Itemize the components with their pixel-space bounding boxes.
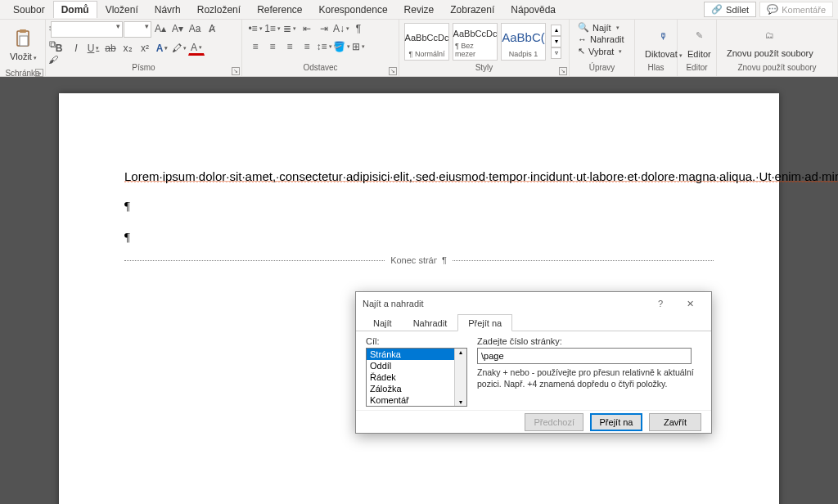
tab-goto[interactable]: Přejít na [457,314,512,331]
paragraph-dialog-launcher[interactable]: ↘ [389,67,397,75]
shrink-font-button[interactable]: A▾ [169,21,186,36]
styles-scroll-up[interactable]: ▴ [551,25,561,36]
target-listbox[interactable]: Stránka Oddíl Řádek Záložka Komentář Poz… [366,348,467,407]
group-styles: AaBbCcDc¶ Normální AaBbCcDc¶ Bez mezer A… [399,20,570,76]
listbox-scrollbar[interactable]: ▴▾ [454,349,466,406]
list-item[interactable]: Stránka [367,349,466,360]
menu-home[interactable]: Domů [53,1,97,18]
styles-dialog-launcher[interactable]: ↘ [559,67,567,75]
menu-insert[interactable]: Vložení [97,1,146,19]
indent-increase-button[interactable]: ⇥ [316,21,332,36]
svg-rect-2 [20,36,28,46]
sort-button[interactable]: A↓ [333,21,349,36]
svg-rect-1 [20,29,26,33]
line-spacing-button[interactable]: ↕≡ [316,39,332,54]
share-icon: 🔗 [711,4,723,15]
justify-button[interactable]: ≡ [299,39,315,54]
align-left-button[interactable]: ≡ [247,39,264,54]
dialog-hint: Znaky + nebo - používejte pro přesun rel… [477,367,701,389]
find-replace-dialog: Najít a nahradit ? ✕ Najít Nahradit Přej… [355,291,712,434]
group-label-editor: Editor [678,63,716,76]
menu-layout[interactable]: Rozložení [189,1,249,19]
align-right-button[interactable]: ≡ [282,39,298,54]
dialog-close-button[interactable]: ✕ [675,292,705,315]
subscript-button[interactable]: x₂ [119,41,136,56]
page-break: Konec stránky¶ [124,260,714,271]
indent-decrease-button[interactable]: ⇤ [299,21,315,36]
menu-file[interactable]: Soubor [5,1,53,19]
paragraph-mark: ¶ [124,228,714,247]
group-editing: 🔍Najít ↔Nahradit ↖Vybrat Úpravy [570,20,635,76]
tab-find[interactable]: Najít [363,314,403,331]
dialog-titlebar[interactable]: Najít a nahradit ? ✕ [356,292,711,315]
dialog-tabs: Najít Nahradit Přejít na [356,313,711,331]
style-heading1[interactable]: AaBbC(Nadpis 1 [501,23,546,61]
replace-button[interactable]: ↔Nahradit [574,34,628,45]
mic-icon: 🎙 [652,25,675,47]
text-effects-button[interactable]: A [154,41,170,56]
clear-format-button[interactable]: A̷ [204,21,220,36]
numbering-button[interactable]: 1≡ [264,21,281,36]
folder-icon: 🗂 [759,24,782,47]
page-number-input[interactable] [477,348,692,364]
multilevel-button[interactable]: ≣ [282,21,298,36]
font-color-button[interactable]: A [188,41,205,56]
strikethrough-button[interactable]: ab [102,41,119,56]
list-item[interactable]: Oddíl [367,360,466,371]
menu-review[interactable]: Revize [396,1,443,19]
dialog-title: Najít a nahradit [363,299,646,308]
styles-scroll-down[interactable]: ▾ [551,36,561,47]
find-button[interactable]: 🔍Najít [574,21,623,34]
tab-replace[interactable]: Nahradit [403,314,458,331]
change-case-button[interactable]: Aa [187,21,203,36]
menu-help[interactable]: Nápověda [502,1,564,19]
menu-references[interactable]: Reference [249,1,310,19]
page-number-label: Zadejte číslo stránky: [477,336,701,346]
paragraph-mark: ¶ [124,197,714,216]
bold-button[interactable]: B [51,41,67,56]
clipboard-icon [11,27,34,50]
editor-button[interactable]: ✎Editor [683,23,716,61]
menu-view[interactable]: Zobrazení [442,1,502,19]
italic-button[interactable]: I [68,41,84,56]
menubar: Soubor Domů Vložení Návrh Rozložení Refe… [0,0,838,20]
reuse-files-button[interactable]: 🗂Znovu použít soubory [722,22,818,60]
font-dialog-launcher[interactable]: ↘ [232,67,240,75]
group-label-editing: Úpravy [570,63,634,76]
menu-mail[interactable]: Korespondence [311,1,396,19]
grow-font-button[interactable]: A▴ [152,21,169,36]
styles-expand[interactable]: ▿ [551,47,561,59]
paste-button[interactable]: Vložit [5,25,42,63]
group-clipboard: Vložit ✂ ⧉ 🖌 Schránka↘ [0,20,46,76]
menu-design[interactable]: Návrh [146,1,189,19]
font-size-select[interactable] [124,21,151,38]
close-button[interactable]: Zavřít [649,413,701,431]
list-item[interactable]: Poznámka pod čarou [367,406,466,407]
list-item[interactable]: Řádek [367,371,466,383]
group-label-voice: Hlas [635,63,677,76]
align-center-button[interactable]: ≡ [264,39,281,54]
select-button[interactable]: ↖Vybrat [574,45,625,57]
previous-button[interactable]: Předchozí [525,413,583,431]
goto-button[interactable]: Přejít na [590,413,642,431]
style-nospace[interactable]: AaBbCcDc¶ Bez mezer [453,23,498,61]
highlight-button[interactable]: 🖍 [171,41,187,56]
group-label-reuse: Znovu použít soubory [717,63,837,76]
share-button[interactable]: 🔗Sdílet [704,2,756,17]
document-canvas[interactable]: Lorem·ipsum·dolor·sit·amet,·consectetur·… [0,77,838,504]
list-item[interactable]: Komentář [367,394,466,406]
style-normal[interactable]: AaBbCcDc¶ Normální [404,23,449,61]
body-text[interactable]: Lorem·ipsum·dolor·sit·amet,·consectetur·… [124,169,838,185]
superscript-button[interactable]: x² [137,41,153,56]
document-body[interactable]: Lorem·ipsum·dolor·sit·amet,·consectetur·… [124,167,714,186]
clipboard-dialog-launcher[interactable]: ↘ [35,69,43,77]
borders-button[interactable]: ⊞ [350,39,367,54]
font-family-select[interactable] [51,21,123,38]
dialog-help-button[interactable]: ? [646,292,675,315]
show-marks-button[interactable]: ¶ [350,21,367,36]
underline-button[interactable]: U [85,41,101,56]
bullets-button[interactable]: •≡ [247,21,264,36]
shading-button[interactable]: 🪣 [333,39,349,54]
list-item[interactable]: Záložka [367,383,466,394]
comments-button[interactable]: 💬Komentáře [759,2,833,17]
